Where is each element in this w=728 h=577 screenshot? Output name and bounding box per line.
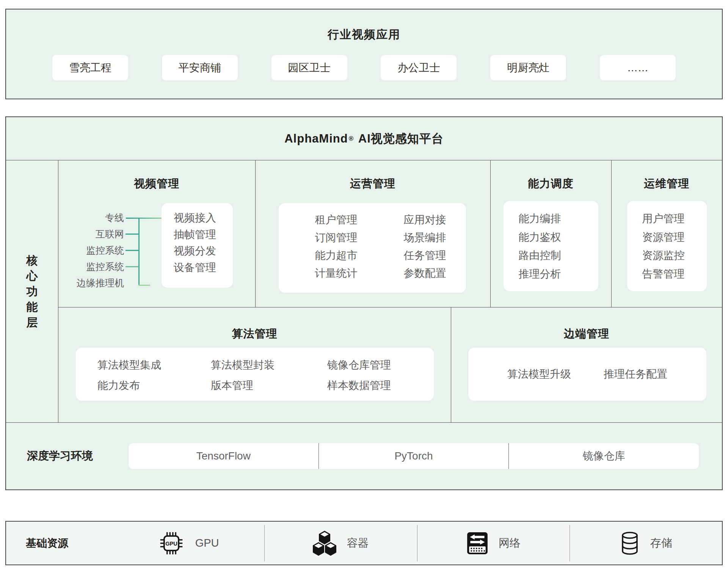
app-pill-ellipsis: …… — [600, 55, 676, 80]
edge-management-card: 算法模型升级 推理任务配置 — [468, 348, 706, 401]
card-item: 资源监控 — [642, 246, 707, 265]
video-source-list: 专线 互联网 监控系统 监控系统 边缘推理机 — [58, 210, 124, 291]
card-item: 抽帧管理 — [174, 226, 233, 243]
platform-title-rest: AI视觉感知平台 — [358, 131, 444, 147]
architecture-diagram: 行业视频应用 雪亮工程 平安商铺 园区卫士 办公卫士 明厨亮灶 …… Alpha… — [0, 0, 728, 577]
core-layer-column: 核心功能层 — [6, 160, 58, 422]
section-video-management: 视频管理 专线 互联网 监控系统 监控系统 边缘推理机 — [58, 160, 255, 307]
card-item: 资源管理 — [642, 228, 707, 247]
dl-env-item: PyTorch — [318, 443, 509, 469]
algorithm-management-card: 算法模型集成 能力发布 算法模型封装 版本管理 镜像仓库管理 样本数据管理 — [76, 348, 434, 401]
video-management-card: 视频接入 抽帧管理 视频分发 设备管理 — [162, 203, 233, 288]
connector-line — [126, 218, 162, 219]
card-item: 租户管理 — [315, 211, 358, 229]
card-item: 告警管理 — [642, 265, 707, 284]
card-item: 计量统计 — [315, 264, 358, 282]
video-source: 监控系统 — [58, 259, 124, 275]
platform-title: AlphaMind® AI视觉感知平台 — [6, 117, 722, 160]
video-source: 边缘推理机 — [58, 275, 124, 291]
card-item: 算法模型升级 — [507, 367, 571, 381]
ops-management-card: 用户管理 资源管理 资源监控 告警管理 — [627, 201, 707, 291]
video-source: 专线 — [58, 210, 124, 226]
section-title: 运营管理 — [256, 160, 490, 191]
section-operation-management: 运营管理 租户管理 订阅管理 能力超市 计量统计 应用对接 — [255, 160, 490, 307]
card-column: 算法模型集成 能力发布 — [97, 355, 211, 401]
card-column: 应用对接 场景编排 任务管理 参数配置 — [404, 211, 446, 282]
section-title: 能力调度 — [491, 160, 611, 191]
infra-cell-storage: 存储 — [570, 525, 722, 561]
core-function-rows: 视频管理 专线 互联网 监控系统 监控系统 边缘推理机 — [58, 160, 722, 422]
card-item: 用户管理 — [642, 210, 707, 228]
platform-brand: AlphaMind — [284, 132, 348, 146]
industry-apps-panel: 行业视频应用 雪亮工程 平安商铺 园区卫士 办公卫士 明厨亮灶 …… — [5, 9, 723, 99]
connector-stub — [126, 250, 139, 251]
card-item: 参数配置 — [404, 264, 446, 282]
capability-scheduling-card: 能力编排 能力鉴权 路由控制 推理分析 — [504, 201, 598, 291]
infra-cell-container: 容器 — [264, 525, 417, 561]
card-item: 算法模型封装 — [211, 355, 327, 375]
infra-cell-network: 网络 — [417, 525, 570, 561]
deep-learning-bar: TensorFlow PyTorch 镜像仓库 — [129, 443, 699, 469]
app-pill: 平安商铺 — [162, 55, 238, 80]
card-item: 能力发布 — [97, 375, 211, 396]
card-item: 任务管理 — [404, 246, 446, 264]
card-item: 镜像仓库管理 — [327, 355, 434, 375]
app-pill: 明厨亮灶 — [490, 55, 566, 80]
card-item: 设备管理 — [174, 259, 233, 276]
card-column: 镜像仓库管理 样本数据管理 — [327, 355, 434, 401]
core-layer-label: 核心功能层 — [26, 252, 38, 330]
section-title: 运维管理 — [612, 160, 722, 191]
section-title: 视频管理 — [58, 160, 255, 191]
section-capability-scheduling: 能力调度 能力编排 能力鉴权 路由控制 推理分析 — [490, 160, 611, 307]
dl-env-item: TensorFlow — [129, 443, 318, 469]
card-item: 视频接入 — [174, 210, 233, 226]
gpu-chip-icon: GPU — [158, 530, 185, 557]
card-item: 样本数据管理 — [327, 375, 434, 396]
infra-item-label: 存储 — [650, 536, 672, 551]
app-pill: 园区卫士 — [271, 55, 347, 80]
infra-item-label: 网络 — [499, 536, 521, 551]
container-icon — [313, 531, 336, 556]
section-title: 算法管理 — [58, 307, 451, 342]
infrastructure-panel: 基础资源 GPU GPU — [5, 521, 723, 565]
industry-apps-row: 雪亮工程 平安商铺 园区卫士 办公卫士 明厨亮灶 …… — [52, 55, 676, 80]
card-item: 算法模型集成 — [97, 355, 211, 375]
card-column: 租户管理 订阅管理 能力超市 计量统计 — [315, 211, 358, 282]
network-icon — [466, 532, 488, 555]
card-item: 视频分发 — [174, 243, 233, 259]
storage-icon — [620, 531, 640, 555]
registered-mark: ® — [349, 135, 354, 143]
card-item: 能力编排 — [519, 210, 598, 228]
video-source: 监控系统 — [58, 242, 124, 259]
connector-trunk — [138, 218, 140, 286]
card-item: 应用对接 — [404, 211, 446, 229]
section-ops-management: 运维管理 用户管理 资源管理 资源监控 告警管理 — [611, 160, 722, 307]
section-edge-management: 边端管理 算法模型升级 推理任务配置 — [451, 307, 722, 422]
card-item: 版本管理 — [211, 375, 327, 396]
section-title: 边端管理 — [451, 307, 722, 342]
card-item: 推理分析 — [519, 265, 598, 284]
function-row-1: 视频管理 专线 互联网 监控系统 监控系统 边缘推理机 — [58, 160, 722, 307]
infra-item-label: 容器 — [347, 536, 369, 551]
platform-grid: 核心功能层 视频管理 专线 互联网 监控系统 监控系统 边缘推理机 — [6, 160, 722, 489]
core-function-area: 核心功能层 视频管理 专线 互联网 监控系统 监控系统 边缘推理机 — [6, 160, 722, 423]
deep-learning-row: 深度学习环境 TensorFlow PyTorch 镜像仓库 — [6, 423, 722, 489]
video-source: 互联网 — [58, 226, 124, 242]
app-pill: 办公卫士 — [381, 55, 457, 80]
card-item: 路由控制 — [519, 246, 598, 265]
platform-panel: AlphaMind® AI视觉感知平台 核心功能层 视频管理 专线 互联网 — [5, 116, 723, 490]
infra-item-label: GPU — [195, 537, 219, 549]
industry-apps-title: 行业视频应用 — [6, 9, 722, 42]
connector-stub — [126, 266, 139, 267]
infra-cell-gpu: GPU GPU — [112, 525, 264, 561]
card-item: 订阅管理 — [315, 229, 358, 246]
card-column: 算法模型封装 版本管理 — [211, 355, 327, 401]
connector-stub — [126, 234, 139, 235]
app-pill: 雪亮工程 — [52, 55, 128, 80]
connector-stub — [138, 285, 150, 286]
deep-learning-label: 深度学习环境 — [27, 448, 123, 464]
card-item: 能力鉴权 — [519, 228, 598, 247]
card-item: 场景编排 — [404, 229, 446, 246]
dl-env-item: 镜像仓库 — [508, 443, 699, 469]
function-row-2: 算法管理 算法模型集成 能力发布 算法模型封装 版本管理 — [58, 307, 722, 422]
